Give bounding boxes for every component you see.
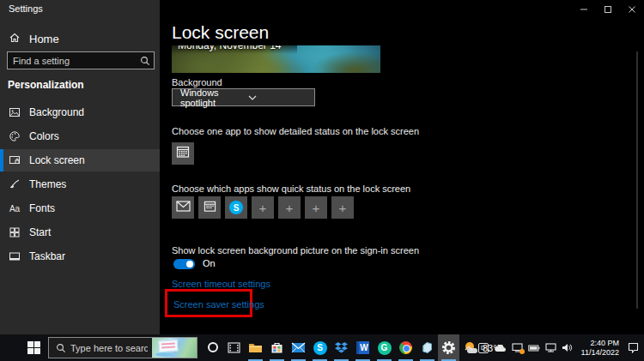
- search-highlight-image[interactable]: [152, 338, 197, 358]
- display-notification-icon[interactable]: [512, 343, 523, 352]
- plus-icon: +: [286, 202, 294, 214]
- store-button[interactable]: [266, 334, 288, 361]
- toggle-knob: [186, 261, 193, 268]
- tray-chevron-up-icon[interactable]: [465, 346, 473, 351]
- settings-taskbar-button[interactable]: [438, 334, 459, 361]
- settings-search-box[interactable]: [7, 51, 155, 69]
- sidebar-item-label: Background: [29, 106, 84, 118]
- skype-icon: S: [229, 201, 243, 214]
- sidebar-item-background[interactable]: Background: [0, 101, 160, 123]
- detailed-status-label: Choose one app to show detailed status o…: [172, 126, 419, 136]
- fonts-icon: Aa: [9, 204, 21, 214]
- detailed-status-calendar-tile[interactable]: [172, 142, 194, 165]
- quick-status-skype-tile[interactable]: S: [225, 196, 247, 219]
- skype-button[interactable]: S: [309, 334, 331, 361]
- mail-icon: [291, 342, 306, 353]
- task-view-icon: [228, 342, 240, 353]
- screen-timeout-settings-link[interactable]: Screen timeout settings: [172, 279, 270, 289]
- quick-status-row: S + + + +: [172, 196, 354, 219]
- window-title: Settings: [9, 3, 43, 14]
- volume-icon[interactable]: [562, 343, 573, 352]
- mail-button[interactable]: [288, 334, 309, 361]
- sidebar-item-themes[interactable]: Themes: [0, 173, 160, 196]
- network-icon[interactable]: [545, 343, 556, 352]
- quick-status-add-tile[interactable]: +: [305, 196, 327, 219]
- notes-app-button[interactable]: [416, 334, 438, 361]
- quick-status-label: Choose which apps show quick status on t…: [172, 184, 410, 194]
- sidebar-item-label: Themes: [29, 178, 66, 190]
- cortana-icon[interactable]: [208, 342, 218, 352]
- system-tray: D 2:40 PM 11/14/2022: [465, 334, 639, 361]
- skype-icon: S: [313, 341, 327, 355]
- clock-time: 2:40 PM: [581, 339, 619, 348]
- minimize-button[interactable]: [572, 0, 596, 19]
- page-title: Lock screen: [172, 22, 269, 43]
- sidebar-item-start[interactable]: Start: [0, 221, 160, 244]
- start-button[interactable]: [19, 334, 48, 361]
- picture-icon: [9, 106, 21, 118]
- toggle-state-label: On: [203, 258, 216, 268]
- sign-in-toggle[interactable]: [173, 259, 195, 269]
- quick-status-calendar-tile[interactable]: [198, 196, 221, 219]
- quick-status-add-tile[interactable]: +: [252, 196, 274, 219]
- quick-status-mail-tile[interactable]: [172, 196, 194, 219]
- sidebar-item-colors[interactable]: Colors: [0, 125, 160, 147]
- maximize-button[interactable]: [596, 0, 620, 19]
- window-controls: [572, 0, 644, 19]
- plus-icon: +: [259, 202, 267, 214]
- dropbox-icon: [335, 342, 348, 353]
- screen-saver-settings-link[interactable]: Screen saver settings: [173, 299, 264, 310]
- clock-date: 11/14/2022: [581, 348, 619, 358]
- calendar-icon: [204, 200, 216, 216]
- sidebar-item-label: Start: [29, 226, 51, 238]
- preview-date-text: Monday, November 14: [178, 45, 282, 51]
- search-icon: [140, 56, 150, 66]
- background-dropdown[interactable]: Windows spotlight: [172, 88, 315, 106]
- word-button[interactable]: W: [352, 334, 374, 361]
- grammarly-button[interactable]: G: [374, 334, 395, 361]
- quick-status-add-tile[interactable]: +: [331, 196, 354, 219]
- word-icon: W: [356, 341, 369, 354]
- scrollbar[interactable]: [636, 51, 638, 309]
- task-view-button[interactable]: [223, 334, 245, 361]
- notification-dot: [519, 349, 525, 354]
- chrome-button[interactable]: [395, 334, 416, 361]
- main-content: Lock screen Monday, November 14 Backgrou…: [160, 0, 644, 334]
- taskbar-search-box[interactable]: [48, 337, 197, 358]
- sidebar-section-title: Personalization: [8, 79, 84, 91]
- palette-icon: [9, 130, 21, 142]
- action-center-icon[interactable]: [628, 342, 639, 353]
- settings-search-input[interactable]: [8, 56, 140, 66]
- sidebar-item-taskbar[interactable]: Taskbar: [0, 245, 160, 268]
- file-explorer-button[interactable]: [245, 334, 266, 361]
- background-dropdown-value: Windows spotlight: [180, 87, 240, 108]
- sidebar-item-label: Lock screen: [29, 154, 85, 166]
- tray-d-app-icon[interactable]: D: [478, 343, 489, 353]
- sidebar-item-lock-screen[interactable]: Lock screen: [0, 149, 160, 171]
- taskbar-clock[interactable]: 2:40 PM 11/14/2022: [581, 339, 619, 358]
- search-icon: [56, 343, 66, 353]
- store-icon: [270, 341, 283, 354]
- quick-status-add-tile[interactable]: +: [278, 196, 301, 219]
- background-label: Background: [172, 77, 222, 87]
- mail-icon: [176, 200, 191, 215]
- sidebar-item-fonts[interactable]: Aa Fonts: [0, 197, 160, 220]
- taskbar-icon: [9, 250, 21, 262]
- notes-app-icon: [421, 341, 434, 354]
- home-icon: [9, 32, 21, 46]
- sidebar-item-label: Colors: [29, 130, 59, 142]
- calendar-icon: [176, 145, 190, 162]
- taskbar: S W G 83°F: [0, 334, 644, 361]
- chevron-down-icon: [248, 95, 308, 100]
- start-grid-icon: [9, 226, 21, 238]
- battery-icon[interactable]: [528, 345, 540, 352]
- sidebar-item-home[interactable]: Home: [0, 27, 160, 50]
- sidebar-item-label: Fonts: [29, 202, 55, 214]
- taskbar-search-input[interactable]: [66, 343, 152, 353]
- home-label: Home: [29, 33, 59, 45]
- windows-logo-icon: [27, 341, 40, 354]
- dropbox-button[interactable]: [331, 334, 352, 361]
- onedrive-cloud-icon[interactable]: [494, 344, 507, 352]
- close-button[interactable]: [620, 0, 644, 19]
- chrome-icon: [399, 341, 412, 354]
